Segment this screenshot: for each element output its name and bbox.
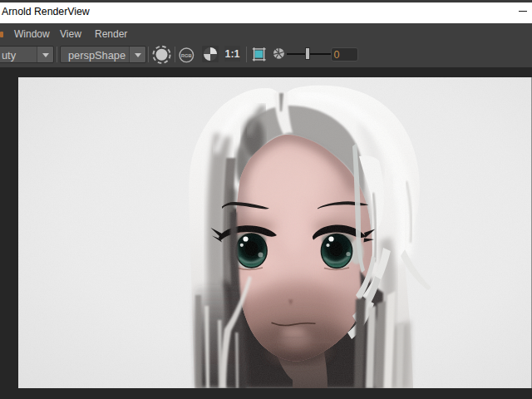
svg-text:RGB: RGB	[181, 53, 192, 58]
